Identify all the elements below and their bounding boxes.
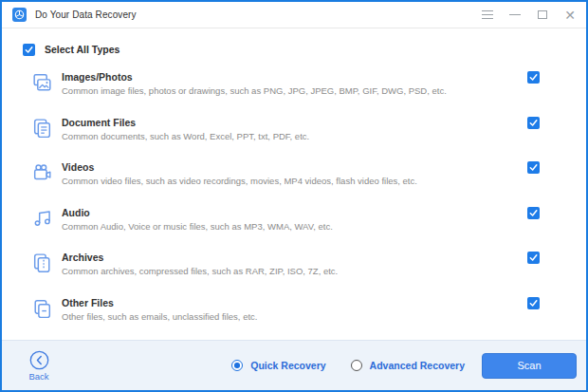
title-bar: Do Your Data Recovery ✕ bbox=[2, 2, 586, 28]
file-type-row-documents: Document Files Common documents, such as… bbox=[2, 106, 586, 152]
document-files-icon bbox=[30, 117, 55, 140]
back-button[interactable]: Back bbox=[25, 350, 53, 382]
file-type-row-videos: Videos Common video files, such as video… bbox=[2, 151, 586, 196]
file-type-description: Other files, such as emails, unclassifie… bbox=[62, 311, 527, 322]
file-type-row-images: Images/Photos Common image files, photos… bbox=[2, 61, 586, 106]
images-photos-icon bbox=[30, 71, 55, 95]
archive-zip-icon bbox=[30, 252, 55, 275]
radio-selected-icon bbox=[231, 360, 243, 371]
images-checkbox[interactable] bbox=[527, 71, 540, 84]
file-type-row-audio: Audio Common Audio, Voice or music files… bbox=[2, 196, 586, 242]
file-type-list: Images/Photos Common image files, photos… bbox=[2, 61, 586, 340]
file-type-title: Videos bbox=[62, 161, 527, 173]
window-title: Do Your Data Recovery bbox=[35, 9, 137, 20]
quick-recovery-radio[interactable]: Quick Recovery bbox=[231, 360, 325, 371]
back-arrow-icon bbox=[29, 350, 49, 370]
scan-button[interactable]: Scan bbox=[482, 353, 577, 379]
close-icon[interactable]: ✕ bbox=[563, 9, 577, 22]
minimize-icon[interactable] bbox=[508, 9, 522, 22]
other-files-icon bbox=[30, 297, 55, 321]
select-all-checkbox[interactable] bbox=[23, 44, 35, 56]
video-camera-icon bbox=[30, 161, 55, 185]
documents-checkbox[interactable] bbox=[527, 117, 540, 129]
other-files-checkbox[interactable] bbox=[527, 297, 540, 309]
file-type-row-archives: Archives Common archives, compressed fil… bbox=[2, 241, 586, 287]
back-label: Back bbox=[28, 371, 48, 382]
file-type-description: Common archives, compressed files, such … bbox=[62, 266, 527, 276]
advanced-recovery-radio[interactable]: Advanced Recovery bbox=[351, 360, 465, 371]
file-type-title: Images/Photos bbox=[62, 71, 527, 83]
file-type-title: Archives bbox=[62, 252, 527, 263]
maximize-icon[interactable] bbox=[536, 9, 549, 22]
file-type-title: Other Files bbox=[62, 297, 527, 308]
radio-unselected-icon bbox=[351, 360, 362, 371]
file-type-description: Common video files, such as video record… bbox=[62, 176, 527, 186]
file-type-description: Common Audio, Voice or music files, such… bbox=[62, 221, 527, 232]
file-type-row-other: Other Files Other files, such as emails,… bbox=[2, 287, 586, 332]
select-all-label: Select All Types bbox=[45, 44, 119, 55]
audio-checkbox[interactable] bbox=[527, 207, 540, 219]
app-window: Do Your Data Recovery ✕ Select All Types bbox=[0, 0, 588, 392]
select-all-row: Select All Types bbox=[23, 42, 586, 57]
recovery-mode-group: Quick Recovery Advanced Recovery bbox=[231, 360, 465, 371]
file-type-title: Audio bbox=[62, 207, 527, 218]
app-logo-icon bbox=[12, 8, 27, 22]
file-type-description: Common documents, such as Word, Excel, P… bbox=[62, 131, 527, 141]
music-notes-icon bbox=[30, 207, 55, 231]
archives-checkbox[interactable] bbox=[527, 252, 540, 264]
videos-checkbox[interactable] bbox=[527, 161, 540, 174]
file-type-description: Common image files, photos or drawings, … bbox=[62, 85, 527, 96]
menu-icon[interactable] bbox=[481, 9, 494, 22]
file-type-title: Document Files bbox=[62, 117, 527, 128]
footer-bar: Back Quick Recovery Advanced Recovery Sc… bbox=[2, 340, 586, 390]
